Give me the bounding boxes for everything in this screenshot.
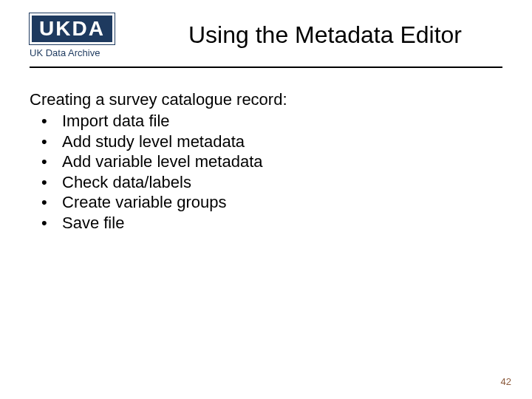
list-item: Check data/labels <box>30 172 502 193</box>
logo-subtitle: UK Data Archive <box>30 47 140 58</box>
page-number: 42 <box>501 376 511 387</box>
logo-acronym: UKDA <box>30 13 115 44</box>
list-item: Save file <box>30 213 502 233</box>
list-item: Create variable groups <box>30 192 502 213</box>
slide-header: UKDA UK Data Archive Using the Metadata … <box>0 0 532 62</box>
list-item: Add variable level metadata <box>30 151 502 172</box>
slide-title: Using the Metadata Editor <box>140 21 502 49</box>
intro-text: Creating a survey catalogue record: <box>30 90 502 109</box>
slide-content: Creating a survey catalogue record: Impo… <box>0 68 532 233</box>
ukda-logo: UKDA UK Data Archive <box>30 13 140 56</box>
list-item: Import data file <box>30 111 502 132</box>
bullet-list: Import data file Add study level metadat… <box>30 111 502 233</box>
list-item: Add study level metadata <box>30 132 502 152</box>
